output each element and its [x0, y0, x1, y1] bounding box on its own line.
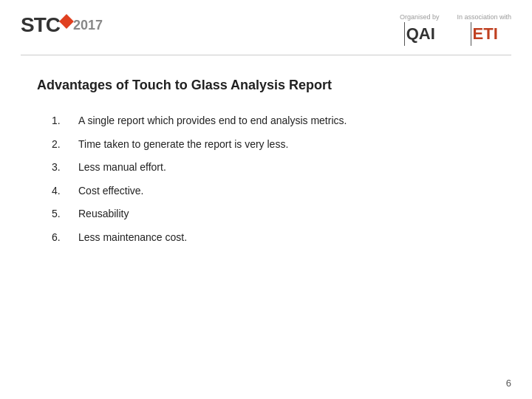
- list-number: 2.: [52, 137, 66, 152]
- list-item: 3.Less manual effort.: [52, 160, 495, 175]
- qai-divider: [404, 22, 405, 46]
- organized-by-label: Organised by: [400, 13, 440, 21]
- header: STC 2017 Organised by QAI In association…: [0, 0, 532, 46]
- list-item: 1.A single report which provides end to …: [52, 114, 495, 129]
- qai-text: QAI: [406, 24, 435, 44]
- list-number: 5.: [52, 207, 66, 222]
- list-item: 2.Time taken to generate the report is v…: [52, 137, 495, 152]
- slide-title: Advantages of Touch to Glass Analysis Re…: [37, 78, 495, 93]
- stc-diamond-icon: [59, 14, 74, 29]
- list-number: 6.: [52, 231, 66, 245]
- list-item-text: Less manual effort.: [78, 160, 166, 175]
- list-item: 5.Reusability: [52, 207, 495, 222]
- list-number: 4.: [52, 184, 66, 199]
- list-container: 1.A single report which provides end to …: [37, 114, 495, 245]
- right-logos: Organised by QAI In association with ETI: [400, 13, 511, 46]
- eti-divider: [471, 22, 471, 46]
- eti-text: ETI: [473, 24, 498, 44]
- slide-content: Advantages of Touch to Glass Analysis Re…: [0, 55, 532, 269]
- slide: STC 2017 Organised by QAI In association…: [0, 0, 532, 399]
- list-item-text: Time taken to generate the report is ver…: [78, 137, 288, 152]
- list-number: 1.: [52, 114, 66, 129]
- stc-year-text: 2017: [73, 18, 103, 33]
- stc-logo: STC 2017: [21, 13, 103, 37]
- list-item: 6.Less maintenance cost.: [52, 231, 495, 245]
- list-item: 4.Cost effective.: [52, 184, 495, 199]
- slide-number: 6: [506, 378, 511, 389]
- list-item-text: Reusability: [78, 207, 129, 222]
- stc-brand-text: STC: [21, 13, 60, 37]
- list-number: 3.: [52, 160, 66, 175]
- in-association-label: In association with: [457, 13, 511, 21]
- list-item-text: Cost effective.: [78, 184, 143, 199]
- eti-logo: ETI: [471, 22, 498, 46]
- qai-logo: QAI: [404, 22, 435, 46]
- list-item-text: Less maintenance cost.: [78, 231, 187, 245]
- list-item-text: A single report which provides end to en…: [78, 114, 347, 129]
